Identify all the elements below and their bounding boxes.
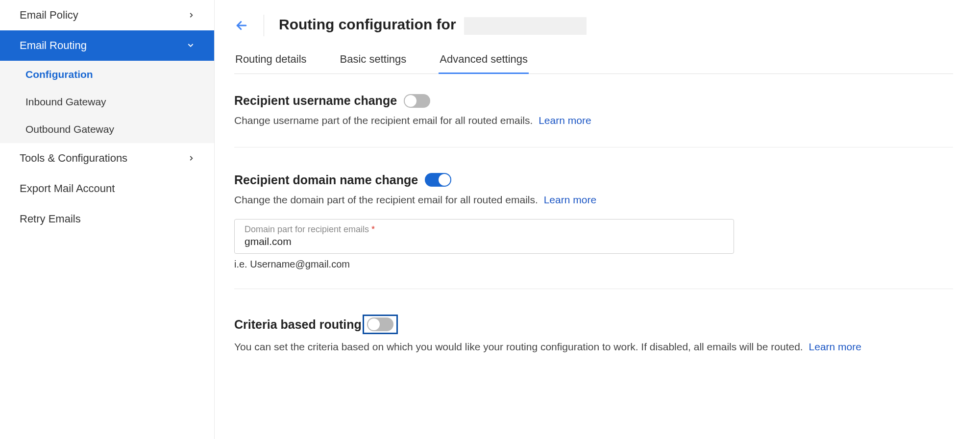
section-description: You can set the criteria based on which … [234, 339, 953, 355]
chevron-down-icon [187, 40, 195, 51]
section-criteria-based-routing: Criteria based routing You can set the c… [234, 315, 953, 373]
field-label: Domain part for recipient emails * [245, 224, 724, 235]
sidebar-item-email-policy[interactable]: Email Policy [0, 0, 214, 30]
sidebar-subitem-inbound-gateway[interactable]: Inbound Gateway [0, 88, 214, 116]
sidebar-item-email-routing[interactable]: Email Routing [0, 30, 214, 61]
sidebar-item-label: Email Routing [20, 39, 87, 52]
section-description: Change the domain part of the recipient … [234, 192, 953, 208]
required-asterisk: * [369, 224, 375, 234]
learn-more-link[interactable]: Learn more [539, 115, 591, 126]
sidebar-item-label: Retry Emails [20, 213, 81, 225]
arrow-left-icon [234, 18, 249, 33]
page-header: Routing configuration for [234, 15, 953, 36]
desc-text: You can set the criteria based on which … [234, 341, 803, 352]
tab-routing-details[interactable]: Routing details [234, 47, 308, 73]
domain-input[interactable] [245, 235, 724, 247]
tab-basic-settings[interactable]: Basic settings [339, 47, 408, 73]
chevron-right-icon [188, 153, 195, 164]
sidebar-item-label: Export Mail Account [20, 182, 115, 195]
sidebar-item-retry-emails[interactable]: Retry Emails [0, 204, 214, 234]
desc-text: Change the domain part of the recipient … [234, 194, 538, 205]
section-description: Change username part of the recipient em… [234, 113, 953, 128]
field-label-text: Domain part for recipient emails [245, 224, 369, 234]
desc-text: Change username part of the recipient em… [234, 115, 533, 126]
field-hint: i.e. Username@gmail.com [234, 259, 953, 270]
redacted-name [464, 17, 587, 35]
learn-more-link[interactable]: Learn more [544, 194, 596, 205]
back-button[interactable] [234, 18, 249, 33]
sidebar-subitem-outbound-gateway[interactable]: Outbound Gateway [0, 116, 214, 143]
chevron-right-icon [188, 10, 195, 21]
toggle-criteria-based-routing[interactable] [367, 317, 393, 331]
sidebar-subitem-configuration[interactable]: Configuration [0, 61, 214, 88]
sidebar-item-export-mail-account[interactable]: Export Mail Account [0, 173, 214, 204]
sidebar: Email Policy Email Routing Configuration… [0, 0, 215, 439]
page-title-text: Routing configuration for [279, 16, 456, 32]
toggle-recipient-domain-change[interactable] [425, 173, 451, 187]
toggle-recipient-username-change[interactable] [404, 94, 430, 108]
sidebar-submenu: Configuration Inbound Gateway Outbound G… [0, 61, 214, 143]
section-title: Recipient domain name change [234, 173, 418, 187]
toggle-highlight-box [363, 315, 398, 334]
section-recipient-domain-change: Recipient domain name change Change the … [234, 173, 953, 290]
page-title: Routing configuration for [279, 16, 587, 34]
sidebar-item-label: Tools & Configurations [20, 152, 127, 165]
sidebar-item-label: Email Policy [20, 9, 78, 22]
domain-input-field[interactable]: Domain part for recipient emails * [234, 219, 734, 254]
section-title: Recipient username change [234, 94, 397, 108]
divider [264, 15, 264, 36]
tab-advanced-settings[interactable]: Advanced settings [439, 47, 529, 73]
section-recipient-username-change: Recipient username change Change usernam… [234, 94, 953, 147]
section-title: Criteria based routing [234, 317, 362, 332]
learn-more-link[interactable]: Learn more [809, 341, 861, 352]
main-content: Routing configuration for Routing detail… [215, 0, 980, 439]
tabs: Routing details Basic settings Advanced … [234, 47, 953, 74]
sidebar-item-tools-configurations[interactable]: Tools & Configurations [0, 143, 214, 173]
